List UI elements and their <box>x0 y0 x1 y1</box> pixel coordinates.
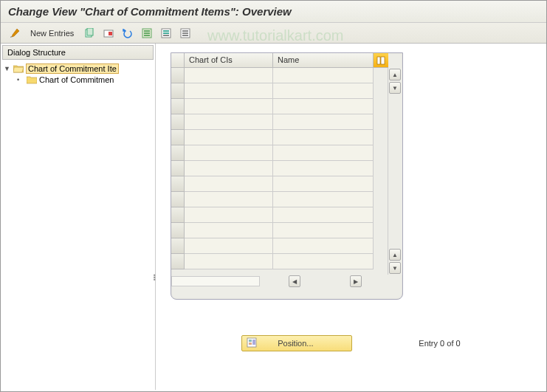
grid-cell[interactable] <box>273 192 374 207</box>
svg-rect-20 <box>249 343 252 345</box>
grid-cell[interactable] <box>185 68 273 83</box>
tree-item-chart-commitment-items[interactable]: ▼ Chart of Commitment Ite <box>4 63 152 75</box>
row-selector[interactable] <box>171 145 185 161</box>
position-button[interactable]: Position... <box>241 335 352 351</box>
grid-cell[interactable] <box>185 99 273 114</box>
scroll-up-icon[interactable]: ▲ <box>389 249 401 261</box>
grid-cell[interactable] <box>273 130 374 145</box>
select-all-icon[interactable] <box>139 26 155 41</box>
page-title: Change View "Chart of Commitment Items":… <box>1 1 546 23</box>
row-selector[interactable] <box>171 68 185 83</box>
table-row[interactable] <box>171 176 388 192</box>
svg-rect-14 <box>182 32 188 34</box>
grid-cell[interactable] <box>273 114 374 130</box>
expand-toggle-icon[interactable]: ▼ <box>4 65 11 72</box>
table-row[interactable] <box>171 130 388 145</box>
scroll-up-icon[interactable]: ▲ <box>389 69 401 80</box>
data-grid: Chart of CIs Name <box>171 52 403 300</box>
main-area: Chart of CIs Name <box>156 44 546 390</box>
grid-cell[interactable] <box>273 83 374 99</box>
delete-icon[interactable] <box>100 26 117 41</box>
footer-bar: Position... Entry 0 of 0 <box>156 335 546 351</box>
grid-body: ▲ ▼ ▲ ▼ <box>171 68 402 275</box>
table-row[interactable] <box>171 83 388 99</box>
row-selector[interactable] <box>171 83 185 99</box>
row-selector[interactable] <box>171 207 185 223</box>
grid-configure-icon[interactable] <box>374 53 388 68</box>
new-entries-button[interactable]: New Entries <box>26 27 78 39</box>
grid-cell[interactable] <box>273 238 374 254</box>
table-row[interactable] <box>171 223 388 238</box>
copy-as-icon[interactable] <box>81 26 97 41</box>
folder-open-icon <box>13 64 24 73</box>
grid-cell[interactable] <box>273 161 374 176</box>
tree-item-chart-commitment-child[interactable]: • Chart of Commitmen <box>4 75 152 85</box>
dialog-structure-sidebar: Dialog Structure ▼ Chart of Commitment I… <box>1 44 156 390</box>
table-row[interactable] <box>171 99 388 114</box>
grid-cell[interactable] <box>273 145 374 161</box>
row-selector[interactable] <box>171 176 185 192</box>
position-button-label: Position... <box>261 339 329 348</box>
row-selector[interactable] <box>171 223 185 238</box>
grid-rows <box>171 68 388 275</box>
grid-column-name[interactable]: Name <box>273 53 374 68</box>
row-selector[interactable] <box>171 254 185 269</box>
grid-cell[interactable] <box>185 130 273 145</box>
table-row[interactable] <box>171 68 388 83</box>
grid-cell[interactable] <box>185 161 273 176</box>
grid-cell[interactable] <box>273 223 374 238</box>
grid-cell[interactable] <box>185 83 273 99</box>
folder-closed-icon <box>27 75 37 84</box>
row-selector[interactable] <box>171 192 185 207</box>
row-selector[interactable] <box>171 161 185 176</box>
row-selector[interactable] <box>171 130 185 145</box>
grid-cell[interactable] <box>273 68 374 83</box>
undo-icon[interactable] <box>120 26 136 41</box>
svg-rect-13 <box>182 30 188 32</box>
table-row[interactable] <box>171 161 388 176</box>
grid-cell[interactable] <box>185 145 273 161</box>
table-row[interactable] <box>171 114 388 130</box>
svg-rect-19 <box>249 340 252 342</box>
grid-cell[interactable] <box>185 207 273 223</box>
scroll-right-icon[interactable]: ▶ <box>350 275 362 287</box>
table-row[interactable] <box>171 145 388 161</box>
grid-cell[interactable] <box>273 254 374 269</box>
grid-cell[interactable] <box>185 176 273 192</box>
position-icon <box>247 337 257 349</box>
grid-cell[interactable] <box>273 207 374 223</box>
grid-cell[interactable] <box>185 254 273 269</box>
select-block-icon[interactable] <box>158 26 174 41</box>
sidebar-header: Dialog Structure <box>2 45 154 60</box>
scroll-down-icon[interactable]: ▼ <box>389 262 401 274</box>
table-row[interactable] <box>171 192 388 207</box>
row-selector[interactable] <box>171 114 185 130</box>
row-selector[interactable] <box>171 238 185 254</box>
grid-cell[interactable] <box>185 192 273 207</box>
svg-rect-16 <box>377 57 380 64</box>
grid-cell[interactable] <box>185 238 273 254</box>
grid-cell[interactable] <box>185 223 273 238</box>
vertical-scrollbar[interactable]: ▲ ▼ ▲ ▼ <box>388 68 402 275</box>
horizontal-scrollbar[interactable]: ◀ ▶ <box>171 275 402 288</box>
grid-header-row: Chart of CIs Name <box>171 53 402 68</box>
row-selector[interactable] <box>171 99 185 114</box>
grid-select-all-corner[interactable] <box>171 53 185 68</box>
svg-rect-17 <box>381 57 385 64</box>
svg-rect-1 <box>87 28 93 35</box>
toggle-display-change-icon[interactable] <box>7 26 23 41</box>
table-row[interactable] <box>171 238 388 254</box>
grid-column-chart-of-cis[interactable]: Chart of CIs <box>185 53 273 68</box>
svg-rect-3 <box>109 32 112 35</box>
deselect-all-icon[interactable] <box>177 26 193 41</box>
scroll-left-icon[interactable]: ◀ <box>289 275 300 287</box>
grid-cell[interactable] <box>273 176 374 192</box>
grid-cell[interactable] <box>185 114 273 130</box>
table-row[interactable] <box>171 207 388 223</box>
table-row[interactable] <box>171 254 388 269</box>
tree-item-label: Chart of Commitmen <box>39 75 114 84</box>
scroll-track[interactable] <box>171 276 260 286</box>
scroll-down-icon[interactable]: ▼ <box>389 82 401 94</box>
svg-rect-6 <box>144 32 150 34</box>
grid-cell[interactable] <box>273 99 374 114</box>
